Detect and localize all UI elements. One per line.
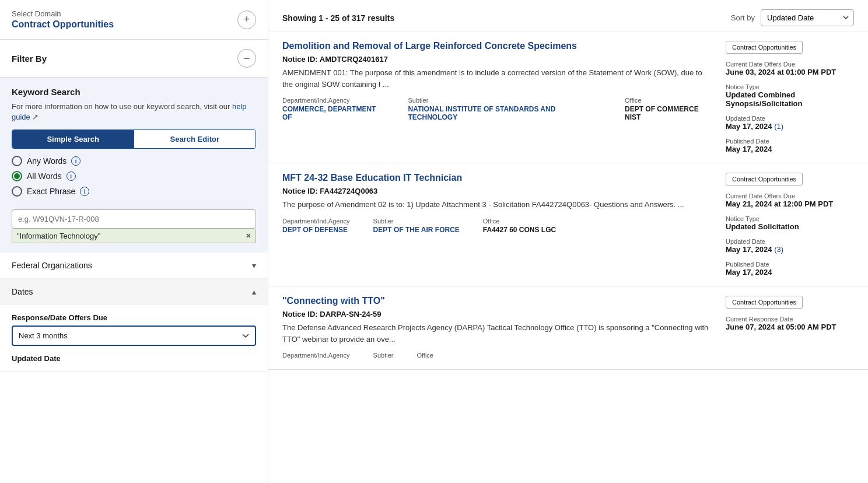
domain-label: Select Domain bbox=[12, 9, 114, 18]
meta-subtier-0: Subtier NATIONAL INSTITUTE OF STANDARDS … bbox=[408, 97, 601, 121]
radio-any-words-circle bbox=[12, 156, 22, 166]
radio-all-words[interactable]: All Words i bbox=[12, 171, 256, 181]
meta-subtier-1: Subtier DEPT OF THE AIR FORCE bbox=[373, 218, 460, 234]
result-card-2: "Connecting with TTO" Notice ID: DARPA-S… bbox=[268, 286, 868, 370]
results-header: Showing 1 - 25 of 317 results Sort by Up… bbox=[268, 0, 868, 32]
radio-exact-phrase[interactable]: Exact Phrase i bbox=[12, 186, 256, 197]
sort-area: Sort by Updated Date Published Date Rele… bbox=[731, 9, 854, 26]
sort-label: Sort by bbox=[731, 13, 755, 22]
tab-simple-search[interactable]: Simple Search bbox=[12, 130, 134, 148]
meta-row-2: Department/Ind.Agency Subtier Office bbox=[282, 352, 714, 360]
notice-id-0: Notice ID: AMDTCRQ2401617 bbox=[282, 55, 714, 64]
offers-due-row-1: Current Date Offers Due May 21, 2024 at … bbox=[726, 192, 854, 208]
published-row-1: Published Date May 17, 2024 bbox=[726, 261, 854, 276]
result-title-0[interactable]: Demolition and Removal of Large Reinforc… bbox=[282, 41, 714, 51]
federal-orgs-label: Federal Organizations bbox=[12, 261, 92, 270]
dates-label: Dates bbox=[12, 287, 33, 296]
notice-type-row-1: Notice Type Updated Solicitation bbox=[726, 215, 854, 231]
sort-select[interactable]: Updated Date Published Date Relevance bbox=[761, 9, 854, 26]
result-badge-1: Contract Opportunities bbox=[726, 173, 803, 186]
meta-row-0: Department/Ind.Agency COMMERCE, DEPARTME… bbox=[282, 97, 714, 121]
published-row-0: Published Date May 17, 2024 bbox=[726, 138, 854, 153]
results-count: Showing 1 - 25 of 317 results bbox=[282, 13, 394, 23]
exact-phrase-label: Exact Phrase bbox=[27, 187, 75, 196]
remove-tag-button[interactable]: × bbox=[246, 231, 251, 240]
updated-link-1[interactable]: (3) bbox=[774, 245, 783, 254]
result-card-0: Demolition and Removal of Large Reinforc… bbox=[268, 32, 868, 163]
keyword-radio-group: Any Words i All Words i Exact Phrase i bbox=[12, 156, 256, 197]
any-words-info-icon[interactable]: i bbox=[71, 156, 80, 166]
meta-dept-2: Department/Ind.Agency bbox=[282, 352, 350, 360]
result-main-0: Demolition and Removal of Large Reinforc… bbox=[282, 41, 714, 153]
result-desc-1: The purpose of Amendment 02 is to: 1) Up… bbox=[282, 199, 714, 211]
dates-section: Response/Date Offers Due Next 3 months N… bbox=[0, 305, 268, 372]
radio-all-words-circle bbox=[12, 171, 22, 181]
radio-any-words[interactable]: Any Words i bbox=[12, 156, 256, 166]
domain-name: Contract Opportunities bbox=[12, 19, 114, 30]
all-words-label: All Words bbox=[27, 172, 62, 181]
meta-office-1: Office FA4427 60 CONS LGC bbox=[483, 218, 556, 234]
radio-exact-phrase-circle bbox=[12, 186, 22, 197]
meta-subtier-2: Subtier bbox=[373, 352, 394, 360]
result-desc-2: The Defense Advanced Research Projects A… bbox=[282, 322, 714, 345]
updated-link-0[interactable]: (1) bbox=[774, 122, 783, 131]
filter-label: Filter By bbox=[12, 54, 47, 64]
result-side-1: Contract Opportunities Current Date Offe… bbox=[726, 173, 854, 276]
federal-orgs-row[interactable]: Federal Organizations ▾ bbox=[0, 253, 268, 279]
result-desc-0: AMENDMENT 001: The purpose of this amend… bbox=[282, 67, 714, 90]
response-date-select[interactable]: Next 3 months Next month Next week Custo… bbox=[12, 326, 256, 346]
result-side-2: Contract Opportunities Current Response … bbox=[726, 296, 854, 360]
select-domain-section: Select Domain Contract Opportunities + bbox=[0, 0, 268, 40]
meta-office-2: Office bbox=[416, 352, 433, 360]
search-tag-row: "Information Technology" × bbox=[12, 229, 256, 243]
result-badge-2: Contract Opportunities bbox=[726, 296, 803, 309]
result-title-2[interactable]: "Connecting with TTO" bbox=[282, 296, 714, 306]
filter-header: Filter By − bbox=[12, 49, 256, 68]
offers-due-row-0: Current Date Offers Due June 03, 2024 at… bbox=[726, 61, 854, 76]
dates-chevron: ▴ bbox=[252, 287, 256, 296]
notice-type-row-0: Notice Type Updated Combined Synopsis/So… bbox=[726, 83, 854, 108]
result-main-1: MFT 24-32 Base Education IT Technician N… bbox=[282, 173, 714, 276]
updated-row-0: Updated Date May 17, 2024 (1) bbox=[726, 115, 854, 131]
keyword-section: Keyword Search For more information on h… bbox=[0, 78, 268, 253]
meta-dept-0: Department/Ind.Agency COMMERCE, DEPARTME… bbox=[282, 97, 384, 121]
any-words-label: Any Words bbox=[27, 156, 66, 166]
search-tag-value: "Information Technology" bbox=[17, 232, 100, 240]
domain-info: Select Domain Contract Opportunities bbox=[12, 9, 114, 30]
select-domain-header: Select Domain Contract Opportunities + bbox=[12, 9, 256, 30]
keyword-search-input[interactable] bbox=[12, 209, 256, 229]
result-main-2: "Connecting with TTO" Notice ID: DARPA-S… bbox=[282, 296, 714, 360]
notice-id-1: Notice ID: FA442724Q0063 bbox=[282, 187, 714, 195]
sidebar: Select Domain Contract Opportunities + F… bbox=[0, 0, 268, 483]
all-words-info-icon[interactable]: i bbox=[66, 172, 76, 181]
tab-search-editor[interactable]: Search Editor bbox=[134, 130, 256, 148]
exact-phrase-info-icon[interactable]: i bbox=[80, 187, 89, 196]
result-badge-0: Contract Opportunities bbox=[726, 41, 803, 54]
updated-row-1: Updated Date May 17, 2024 (3) bbox=[726, 238, 854, 254]
keyword-desc: For more information on how to use our k… bbox=[12, 102, 256, 123]
offers-due-row-2: Current Response Date June 07, 2024 at 0… bbox=[726, 316, 854, 331]
result-side-0: Contract Opportunities Current Date Offe… bbox=[726, 41, 854, 153]
meta-office-0: Office DEPT OF COMMERCE NIST bbox=[625, 97, 714, 121]
result-card-1: MFT 24-32 Base Education IT Technician N… bbox=[268, 163, 868, 286]
collapse-filter-button[interactable]: − bbox=[237, 49, 256, 68]
response-date-wrapper: Next 3 months Next month Next week Custo… bbox=[12, 326, 256, 346]
dates-row[interactable]: Dates ▴ bbox=[0, 279, 268, 305]
notice-id-2: Notice ID: DARPA-SN-24-59 bbox=[282, 310, 714, 318]
filter-by-section: Filter By − bbox=[0, 40, 268, 78]
updated-date-label: Updated Date bbox=[12, 354, 256, 363]
federal-orgs-chevron: ▾ bbox=[252, 261, 256, 270]
main-content: Showing 1 - 25 of 317 results Sort by Up… bbox=[268, 0, 868, 483]
search-tabs: Simple Search Search Editor bbox=[12, 130, 256, 149]
keyword-title: Keyword Search bbox=[12, 87, 256, 97]
add-domain-button[interactable]: + bbox=[237, 10, 256, 29]
response-date-label: Response/Date Offers Due bbox=[12, 313, 256, 322]
result-title-1[interactable]: MFT 24-32 Base Education IT Technician bbox=[282, 173, 714, 183]
meta-row-1: Department/Ind.Agency DEPT OF DEFENSE Su… bbox=[282, 218, 714, 234]
meta-dept-1: Department/Ind.Agency DEPT OF DEFENSE bbox=[282, 218, 350, 234]
